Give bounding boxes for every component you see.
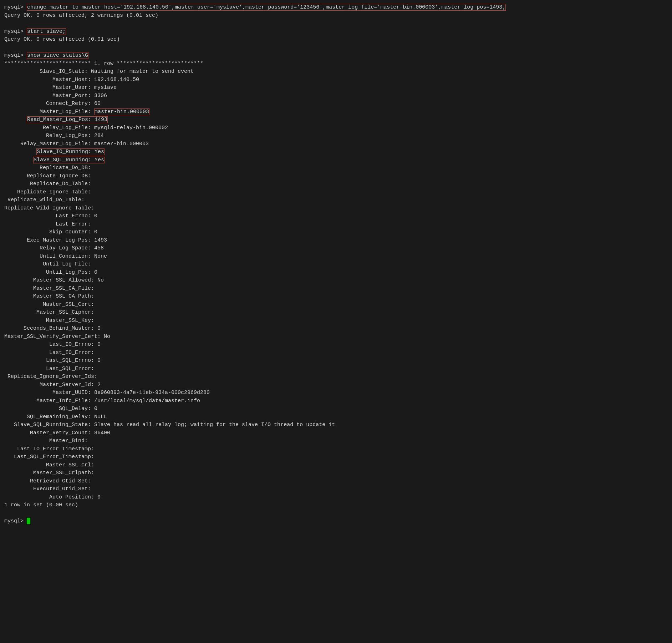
slave-sql-running-line [4,157,33,163]
until-log-pos-line: Until_Log_Pos: 0 [4,269,97,275]
until-condition-line: Until_Condition: None [4,253,107,259]
master-ssl-ca-file-line: Master_SSL_CA_File: [4,285,97,292]
show-slave-command: show slave status\G [27,52,88,59]
slave-io-state-line: Slave_IO_State: Waiting for master to se… [4,69,194,75]
master-ssl-key-line: Master_SSL_Key: [4,318,97,324]
executed-gtid-set-line: Executed_Gtid_Set: [4,486,94,492]
master-host-line: Master_Host: 192.168.140.50 [4,77,139,83]
relay-log-pos-line: Relay_Log_Pos: 284 [4,133,104,139]
until-log-file-line: Until_Log_File: [4,261,94,267]
master-bind-line: Master_Bind: [4,438,91,444]
master-retry-count-line: Master_Retry_Count: 86400 [4,430,110,436]
terminal: mysql> change master to master_host='192… [4,4,668,533]
slave-sql-running-highlighted: Slave_SQL_Running: Yes [33,157,105,163]
last-io-error-line: Last_IO_Error: [4,350,97,356]
master-log-file-value-highlighted: master-bin.000003 [94,108,149,115]
terminal-content: mysql> change master to master_host='192… [4,4,668,533]
replicate-ignore-table-line: Replicate_Ignore_Table: [4,189,94,195]
read-master-log-pos-line [4,117,27,123]
row-in-set: 1 row in set (0.00 sec) [4,502,78,508]
master-ssl-verify-server-cert-line: Master_SSL_Verify_Server_Cert: No [4,334,110,340]
master-ssl-allowed-line: Master_SSL_Allowed: No [4,277,104,283]
last-io-error-timestamp-line: Last_IO_Error_Timestamp: [4,446,97,452]
connect-retry-line: Connect_Retry: 60 [4,101,101,107]
change-master-command: change master to master_host='192.168.14… [27,4,506,11]
replicate-ignore-db-line: Replicate_Ignore_DB: [4,173,94,179]
relay-master-log-file-line: Relay_Master_Log_File: master-bin.000003 [4,141,149,147]
auto-position-line: Auto_Position: 0 [4,494,101,500]
replicate-do-db-line: Replicate_Do_DB: [4,165,94,171]
last-sql-errno-line: Last_SQL_Errno: 0 [4,358,101,364]
last-io-errno-line: Last_IO_Errno: 0 [4,341,101,348]
replicate-do-table-line: Replicate_Do_Table: [4,181,94,187]
slave-sql-running-state-line: Slave_SQL_Running_State: Slave has read … [4,422,335,428]
master-log-file-line: Master_Log_File: [4,109,94,115]
slave-io-running-highlighted: Slave_IO_Running: Yes [36,148,105,155]
cursor [27,518,30,524]
read-master-log-pos-highlighted: Read_Master_Log_Pos: 1493 [27,116,108,123]
mysql-prompt-4: mysql> [4,518,27,524]
sql-delay-line: SQL_Delay: 0 [4,406,97,412]
master-ssl-ca-path-line: Master_SSL_CA_Path: [4,293,97,299]
query-ok-2: Query OK, 0 rows affected (0.01 sec) [4,36,120,42]
row-separator: *************************** 1. row *****… [4,61,203,67]
replicate-wild-ignore-table-line: Replicate_Wild_Ignore_Table: [4,205,97,211]
sql-remaining-delay-line: SQL_Remaining_Delay: NULL [4,414,107,420]
master-server-id-line: Master_Server_Id: 2 [4,382,101,388]
last-error-line: Last_Error: [4,221,94,227]
mysql-prompt-3: mysql> [4,52,27,59]
replicate-wild-do-table-line: Replicate_Wild_Do_Table: [4,197,88,203]
master-ssl-cipher-line: Master_SSL_Cipher: [4,309,97,315]
seconds-behind-master-line: Seconds_Behind_Master: 0 [4,325,101,331]
mysql-prompt-2: mysql> [4,29,27,35]
master-ssl-cert-line: Master_SSL_Cert: [4,302,97,308]
last-errno-line: Last_Errno: 0 [4,213,97,219]
mysql-prompt-1: mysql> [4,4,27,10]
slave-io-running-line [4,149,36,155]
query-ok-1: Query OK, 0 rows affected, 2 warnings (0… [4,12,158,19]
start-slave-command: start slave; [27,28,66,35]
relay-log-space-line: Relay_Log_Space: 458 [4,245,104,251]
skip-counter-line: Skip_Counter: 0 [4,229,97,235]
master-user-line: Master_User: myslave [4,85,117,91]
retrieved-gtid-set-line: Retrieved_Gtid_Set: [4,478,94,484]
last-sql-error-line: Last_SQL_Error: [4,366,97,372]
last-sql-error-timestamp-line: Last_SQL_Error_Timestamp: [4,454,97,460]
master-uuid-line: Master_UUID: 8e960893-4a7e-11eb-934a-000… [4,390,210,396]
exec-master-log-pos-line: Exec_Master_Log_Pos: 1493 [4,237,107,243]
master-ssl-crl-line: Master_SSL_Crl: [4,462,97,468]
master-port-line: Master_Port: 3306 [4,93,107,99]
replicate-ignore-server-ids-line: Replicate_Ignore_Server_Ids: [4,374,101,380]
master-ssl-crlpath-line: Master_SSL_Crlpath: [4,470,97,476]
relay-log-file-line: Relay_Log_File: mysqld-relay-bin.000002 [4,125,168,131]
master-info-file-line: Master_Info_File: /usr/local/mysql/data/… [4,398,200,404]
